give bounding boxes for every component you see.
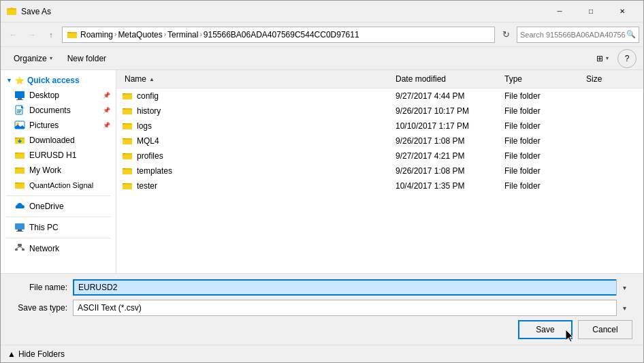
file-name-cell: config — [122, 91, 393, 101]
maximize-button[interactable]: □ — [575, 1, 607, 22]
svg-rect-1 — [7, 10, 16, 15]
quick-access-header[interactable]: ▼ ⭐ Quick access — [1, 73, 116, 88]
sidebar-item-mywork[interactable]: My Work — [1, 163, 116, 178]
sidebar-item-quantaction[interactable]: QuantAction Signal — [1, 178, 116, 193]
hide-folders-chevron-icon: ▲ — [7, 349, 16, 359]
svg-rect-4 — [18, 98, 22, 99]
path-metaquotes[interactable]: MetaQuotes — [118, 30, 162, 40]
sort-arrow-icon: ▲ — [149, 76, 155, 82]
file-name-cell: history — [122, 106, 393, 116]
file-name-cell: tester — [122, 180, 393, 191]
file-row[interactable]: history 9/26/2017 10:17 PM File folder — [116, 104, 643, 119]
forward-button[interactable]: → — [24, 27, 40, 43]
filename-row: File name: ▾ — [12, 279, 632, 296]
documents-icon — [14, 105, 25, 116]
filename-input-wrapper: ▾ — [73, 279, 632, 296]
col-size[interactable]: Size — [583, 73, 638, 85]
toolbar: Organize ▾ New folder ⊞ ▾ ? — [1, 47, 643, 70]
file-row[interactable]: tester 10/4/2017 1:35 PM File folder — [116, 178, 643, 193]
file-name-cell: templates — [122, 165, 393, 176]
path-terminal[interactable]: Terminal — [167, 30, 198, 40]
file-row[interactable]: profiles 9/27/2017 4:21 PM File folder — [116, 148, 643, 163]
sidebar-item-network[interactable]: Network — [1, 241, 116, 256]
bottom-section: File name: ▾ Save as type: ASCII Text (*… — [1, 273, 643, 345]
svg-rect-18 — [16, 231, 23, 232]
onedrive-icon — [14, 201, 25, 212]
sidebar-item-eurusd[interactable]: EURUSD H1 — [1, 148, 116, 163]
minimize-button[interactable]: ─ — [544, 1, 575, 22]
sidebar-separator-1 — [6, 195, 110, 196]
up-button[interactable]: ↑ — [43, 27, 59, 43]
sidebar-item-downloaded[interactable]: Downloaded — [1, 133, 116, 148]
file-row[interactable]: templates 9/26/2017 1:08 PM File folder — [116, 163, 643, 178]
dialog-icon — [6, 6, 17, 17]
file-row[interactable]: config 9/27/2017 4:44 PM File folder — [116, 89, 643, 104]
col-name[interactable]: Name ▲ — [122, 73, 393, 85]
sidebar-item-onedrive[interactable]: OneDrive — [1, 199, 116, 214]
save-button[interactable]: Save — [518, 320, 573, 339]
close-button[interactable]: ✕ — [607, 1, 638, 22]
svg-rect-5 — [16, 99, 23, 100]
address-path[interactable]: Roaming › MetaQuotes › Terminal › 915566… — [62, 27, 495, 43]
search-icon: 🔍 — [626, 30, 636, 39]
folder-icon — [122, 91, 133, 101]
sidebar-item-desktop[interactable]: Desktop 📌 — [1, 88, 116, 103]
filename-input[interactable] — [73, 279, 632, 296]
desktop-icon — [14, 90, 25, 101]
col-type[interactable]: Type — [502, 73, 583, 85]
pictures-pin-icon: 📌 — [103, 122, 110, 129]
path-folder-icon — [67, 29, 78, 40]
sidebar: ▼ ⭐ Quick access Desktop 📌 — [1, 70, 116, 273]
new-folder-button[interactable]: New folder — [61, 50, 112, 67]
search-input[interactable] — [520, 31, 626, 39]
svg-rect-7 — [17, 110, 22, 110]
this-pc-icon — [14, 222, 25, 233]
cancel-button[interactable]: Cancel — [578, 320, 632, 339]
cursor-icon — [566, 330, 575, 343]
sidebar-item-documents[interactable]: Documents 📌 — [1, 103, 116, 118]
desktop-pin-icon: 📌 — [103, 92, 110, 99]
svg-rect-19 — [18, 244, 22, 247]
documents-pin-icon: 📌 — [103, 107, 110, 114]
address-bar: ← → ↑ Roaming › MetaQuotes › Terminal › … — [1, 22, 643, 47]
path-roaming[interactable]: Roaming — [80, 30, 113, 40]
file-name-cell: profiles — [122, 151, 393, 161]
view-icon: ⊞ — [596, 54, 603, 63]
help-button[interactable]: ? — [617, 49, 637, 68]
pictures-icon — [14, 120, 25, 131]
saveastype-select[interactable]: ASCII Text (*.csv) — [73, 300, 632, 316]
bottom-footer: ▲ Hide Folders — [1, 345, 643, 362]
folder-icon — [122, 121, 133, 131]
mywork-folder-icon — [14, 165, 25, 176]
quantaction-folder-icon — [14, 180, 25, 191]
col-modified[interactable]: Date modified — [393, 73, 502, 85]
network-icon — [14, 243, 25, 254]
file-list-header: Name ▲ Date modified Type Size — [116, 70, 643, 89]
file-name-cell: logs — [122, 121, 393, 131]
file-list: Name ▲ Date modified Type Size — [116, 70, 643, 273]
view-button[interactable]: ⊞ ▾ — [590, 50, 615, 67]
folder-icon — [122, 180, 133, 191]
main-content: ▼ ⭐ Quick access Desktop 📌 — [1, 70, 643, 273]
saveastype-select-wrapper: ASCII Text (*.csv) ▾ — [73, 300, 632, 316]
back-button[interactable]: ← — [5, 27, 21, 43]
sidebar-item-thispc[interactable]: This PC — [1, 220, 116, 235]
hide-folders-button[interactable]: ▲ Hide Folders — [7, 349, 65, 359]
path-guid[interactable]: 915566BA06ADA407569C544CC0D97611 — [204, 30, 359, 40]
save-as-dialog: Save As ─ □ ✕ ← → ↑ Roaming › MetaQuotes… — [0, 0, 644, 363]
sidebar-separator-3 — [6, 238, 110, 238]
organize-button[interactable]: Organize ▾ — [7, 50, 59, 67]
sidebar-item-pictures[interactable]: Pictures 📌 — [1, 118, 116, 133]
file-row[interactable]: MQL4 9/26/2017 1:08 PM File folder — [116, 133, 643, 148]
svg-rect-9 — [17, 112, 20, 113]
folder-icon — [122, 106, 133, 116]
refresh-button[interactable]: ↻ — [498, 27, 514, 43]
dialog-title: Save As — [21, 7, 544, 16]
quick-access-chevron-icon: ▼ — [6, 77, 12, 84]
search-box: 🔍 — [517, 27, 639, 43]
eurusd-folder-icon — [14, 150, 25, 161]
file-row[interactable]: logs 10/10/2017 1:17 PM File folder — [116, 119, 643, 133]
svg-rect-21 — [22, 249, 25, 251]
downloaded-folder-icon — [14, 135, 25, 146]
saveastype-label: Save as type: — [12, 303, 73, 313]
